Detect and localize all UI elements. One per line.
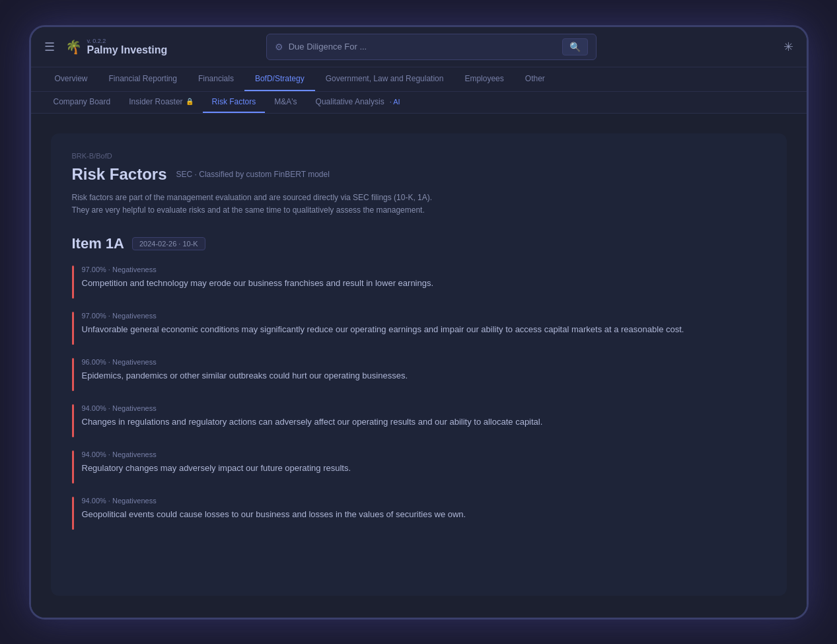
device-frame: ☰ 🌴 v. 0.2.2 Palmy Investing ⚙ Due Dilig…: [29, 25, 809, 620]
subtab-insider-roaster[interactable]: Insider Roaster 🔒: [120, 92, 202, 113]
search-bar: ⚙ Due Diligence For ... 🔍: [266, 34, 597, 60]
item-header: Item 1A 2024-02-26 · 10-K: [72, 235, 766, 252]
tab-employees[interactable]: Employees: [454, 67, 514, 91]
tab-other[interactable]: Other: [515, 67, 556, 91]
risk-content: 97.00% · Negativeness Unfavorable genera…: [82, 312, 766, 345]
risk-score: 94.00% · Negativeness: [82, 497, 766, 505]
list-item: 94.00% · Negativeness Changes in regulat…: [72, 404, 766, 437]
content-card: BRK-B/BofD Risk Factors SEC · Classified…: [51, 133, 787, 596]
risk-score: 97.00% · Negativeness: [82, 312, 766, 320]
risk-indicator: [72, 450, 74, 483]
description: Risk factors are part of the management …: [72, 192, 766, 217]
primary-tabs: Overview Financial Reporting Financials …: [31, 67, 807, 92]
risk-score: 94.00% · Negativeness: [82, 404, 766, 412]
risk-indicator: [72, 358, 74, 391]
main-content: BRK-B/BofD Risk Factors SEC · Classified…: [31, 114, 807, 618]
risk-indicator: [72, 312, 74, 345]
risk-score: 94.00% · Negativeness: [82, 450, 766, 458]
qualitative-label: Qualitative Analysis: [316, 97, 384, 106]
item-title: Item 1A: [72, 235, 124, 252]
subtab-risk-factors[interactable]: Risk Factors: [203, 92, 266, 113]
page-title-row: Risk Factors SEC · Classified by custom …: [72, 165, 766, 184]
list-item: 97.00% · Negativeness Competition and te…: [72, 266, 766, 299]
logo-area: 🌴 v. 0.2.2 Palmy Investing: [65, 38, 168, 56]
risk-score: 96.00% · Negativeness: [82, 358, 766, 366]
tab-bofd-strategy[interactable]: BofD/Strategy: [244, 67, 315, 91]
tab-overview[interactable]: Overview: [44, 67, 98, 91]
list-item: 97.00% · Negativeness Unfavorable genera…: [72, 312, 766, 345]
risk-text: Changes in regulations and regulatory ac…: [82, 415, 766, 429]
secondary-tabs: Company Board Insider Roaster 🔒 Risk Fac…: [31, 92, 807, 114]
risk-text: Epidemics, pandemics or other similar ou…: [82, 369, 766, 383]
palm-tree-icon: 🌴: [65, 39, 82, 55]
page-title: Risk Factors: [72, 165, 167, 184]
list-item: 96.00% · Negativeness Epidemics, pandemi…: [72, 358, 766, 391]
risk-content: 97.00% · Negativeness Competition and te…: [82, 266, 766, 299]
lock-icon: 🔒: [186, 98, 194, 105]
insider-label: Insider Roaster: [129, 97, 182, 106]
version-text: v. 0.2.2: [87, 38, 168, 44]
risk-text: Regulatory changes may adversely impact …: [82, 462, 766, 476]
settings-icon[interactable]: ✳: [783, 40, 793, 54]
page-subtitle: SEC · Classified by custom FinBERT model: [176, 170, 330, 179]
risk-indicator: [72, 404, 74, 437]
item-badge: 2024-02-26 · 10-K: [132, 237, 205, 250]
gear-icon[interactable]: ⚙: [275, 42, 283, 52]
tab-government-law[interactable]: Government, Law and Regulation: [315, 67, 455, 91]
risk-items-list: 97.00% · Negativeness Competition and te…: [72, 266, 766, 530]
list-item: 94.00% · Negativeness Regulatory changes…: [72, 450, 766, 483]
subtab-ma[interactable]: M&A's: [265, 92, 306, 113]
description-line1: Risk factors are part of the management …: [72, 193, 433, 202]
risk-content: 94.00% · Negativeness Regulatory changes…: [82, 450, 766, 483]
risk-indicator: [72, 497, 74, 530]
breadcrumb: BRK-B/BofD: [72, 152, 766, 160]
risk-text: Unfavorable general economic conditions …: [82, 323, 766, 337]
search-input[interactable]: Due Diligence For ...: [289, 42, 557, 52]
subtab-company-board[interactable]: Company Board: [44, 92, 120, 113]
risk-text: Geopolitical events could cause losses t…: [82, 508, 766, 522]
risk-score: 97.00% · Negativeness: [82, 266, 766, 273]
risk-indicator: [72, 266, 74, 299]
search-button[interactable]: 🔍: [562, 38, 588, 55]
list-item: 94.00% · Negativeness Geopolitical event…: [72, 497, 766, 530]
app-name: Palmy Investing: [87, 44, 168, 56]
tab-financials[interactable]: Financials: [188, 67, 244, 91]
risk-content: 96.00% · Negativeness Epidemics, pandemi…: [82, 358, 766, 391]
ai-badge: · AI: [387, 97, 403, 106]
description-line2: They are very helpful to evaluate risks …: [72, 205, 425, 215]
risk-content: 94.00% · Negativeness Changes in regulat…: [82, 404, 766, 437]
navbar: ☰ 🌴 v. 0.2.2 Palmy Investing ⚙ Due Dilig…: [31, 27, 807, 67]
tab-financial-reporting[interactable]: Financial Reporting: [98, 67, 188, 91]
risk-content: 94.00% · Negativeness Geopolitical event…: [82, 497, 766, 530]
hamburger-icon[interactable]: ☰: [44, 40, 55, 54]
subtab-qualitative-analysis[interactable]: Qualitative Analysis · AI: [307, 92, 412, 113]
risk-text: Competition and technology may erode our…: [82, 277, 766, 291]
